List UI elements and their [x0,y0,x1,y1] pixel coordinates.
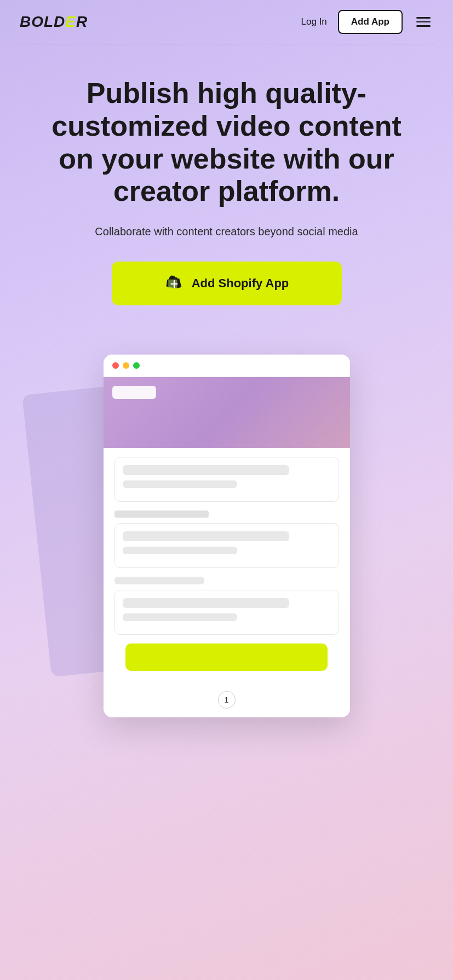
traffic-light-green [133,362,140,369]
traffic-light-red [112,362,119,369]
content-box-3 [114,590,339,635]
add-shopify-button[interactable]: Add Shopify App [112,262,342,305]
add-shopify-label: Add Shopify App [192,276,289,291]
browser-titlebar [104,355,350,377]
skeleton-2 [123,480,237,488]
browser-content [104,377,350,682]
browser-window: 1 [104,355,350,717]
content-box-1 [114,457,339,502]
header: BOLDER Log In Add App [0,0,453,44]
hero-section: Publish high quality-customized video co… [0,44,453,327]
browser-mockup-container: 1 [0,344,453,750]
logo-text: BOLDER [20,13,88,31]
traffic-light-yellow [123,362,129,369]
header-nav: Log In Add App [301,10,433,34]
hero-subtitle: Collaborate with content creators beyond… [33,223,420,240]
content-box-2 [114,523,339,568]
browser-cta-button [125,643,328,671]
hero-title: Publish high quality-customized video co… [35,77,418,208]
skeleton-1 [123,465,289,475]
pagination-dot-1: 1 [218,691,236,709]
browser-pagination: 1 [104,682,350,717]
login-button[interactable]: Log In [301,16,327,27]
logo: BOLDER [20,13,88,31]
skeleton-4 [123,547,237,554]
browser-content-area [104,448,350,682]
skeleton-6 [123,613,237,621]
skeleton-5 [123,598,289,608]
browser-image-btn [112,386,156,399]
skeleton-3 [123,531,289,541]
browser-image-placeholder [104,377,350,448]
skeleton-label-2 [114,577,204,584]
add-app-button[interactable]: Add App [338,10,403,34]
section-label [114,511,209,518]
logo-r: E [65,13,76,30]
menu-line-1 [416,17,431,19]
menu-line-3 [416,25,431,27]
shopify-icon [164,274,184,293]
menu-button[interactable] [414,14,433,30]
menu-line-2 [416,21,431,23]
